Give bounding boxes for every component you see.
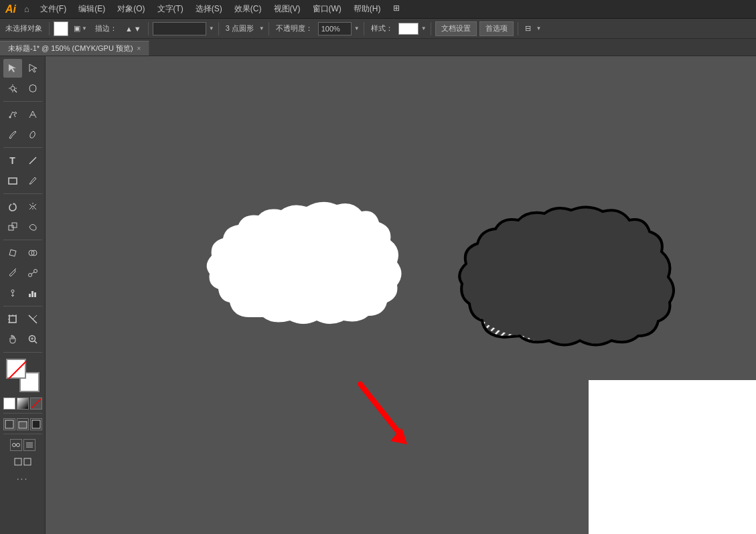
opacity-dropdown[interactable]: ▼: [354, 25, 360, 31]
brush-tool[interactable]: [3, 125, 22, 144]
menu-edit[interactable]: 编辑(E): [73, 2, 110, 16]
svg-line-8: [29, 157, 36, 164]
menu-grid[interactable]: ⊞: [388, 2, 405, 16]
magic-wand-tool[interactable]: [3, 79, 22, 98]
extra-tools-row: [10, 439, 35, 451]
scale-tool[interactable]: [3, 217, 22, 236]
menu-file[interactable]: 文件(F): [35, 2, 72, 16]
hand-tool[interactable]: [3, 330, 22, 349]
rotate-tools-row: [3, 197, 42, 216]
svg-line-33: [33, 315, 37, 319]
type-tool[interactable]: T: [3, 151, 22, 170]
white-cloud[interactable]: [193, 183, 421, 359]
warp-tool[interactable]: [23, 217, 42, 236]
menu-text[interactable]: 文字(T): [152, 2, 189, 16]
direct-select-tool[interactable]: [23, 59, 42, 78]
line-tool[interactable]: [23, 151, 42, 170]
fill-dropdown-arrow[interactable]: ▼: [82, 25, 87, 31]
extra-dropdown[interactable]: ▼: [536, 25, 542, 31]
extra-options[interactable]: ⊟: [522, 23, 534, 34]
svg-line-38: [9, 361, 26, 379]
dark-cloud[interactable]: [447, 197, 695, 386]
lasso-tool[interactable]: [23, 79, 42, 98]
shape-builder-tool[interactable]: [23, 244, 42, 262]
opacity-label: 不透明度：: [273, 22, 315, 35]
style-preview[interactable]: [398, 23, 419, 35]
free-transform-tool[interactable]: [3, 244, 22, 262]
add-anchor-tool[interactable]: [23, 105, 42, 124]
normal-screen-btn[interactable]: [3, 418, 15, 430]
stroke-down-arrow[interactable]: ▼: [134, 25, 141, 33]
linked-icon[interactable]: [10, 439, 22, 451]
stroke-value-input[interactable]: [153, 22, 206, 35]
style-dropdown[interactable]: ▼: [421, 25, 427, 31]
slice-tool[interactable]: [23, 310, 42, 329]
zoom-tool[interactable]: [23, 330, 42, 349]
artboard-tool[interactable]: [3, 310, 22, 329]
selection-tools-row: [3, 59, 42, 78]
fill-icon: ▣: [74, 24, 80, 33]
svg-rect-9: [9, 178, 17, 184]
svg-line-17: [15, 268, 16, 270]
artboard-nav[interactable]: [13, 456, 32, 469]
toolbar-sep-6: [431, 22, 431, 35]
no-fill-btn[interactable]: [30, 397, 42, 410]
properties-icon[interactable]: [23, 439, 35, 451]
menu-select[interactable]: 选择(S): [190, 2, 228, 16]
full-screen-no-menu-btn[interactable]: [17, 418, 29, 430]
menu-window[interactable]: 窗口(W): [307, 2, 347, 16]
tab-close-button[interactable]: ×: [137, 45, 141, 52]
stroke-value[interactable]: ▲ ▼: [123, 23, 144, 34]
svg-point-44: [16, 444, 19, 447]
no-selection-label: 未选择对象: [3, 22, 45, 35]
home-icon[interactable]: ⌂: [24, 4, 29, 14]
menu-view[interactable]: 视图(V): [269, 2, 306, 16]
toolbar-sep-3: [218, 22, 219, 35]
preferences-button[interactable]: 首选项: [479, 21, 514, 36]
white-cloud-svg: [193, 183, 421, 357]
rotate-tool[interactable]: [3, 197, 22, 216]
rectangle-tool[interactable]: [3, 171, 22, 190]
menu-object[interactable]: 对象(O): [112, 2, 150, 16]
full-screen-btn[interactable]: [30, 418, 42, 430]
hand-zoom-row: [3, 330, 42, 349]
selection-tool[interactable]: [3, 59, 22, 78]
symbol-sprayer-tool[interactable]: [3, 284, 22, 302]
more-tools-dots[interactable]: ···: [17, 473, 29, 484]
normal-mode-btn[interactable]: [3, 397, 15, 410]
color-indicators: [6, 359, 40, 392]
opacity-input[interactable]: [318, 22, 352, 35]
blob-brush-tool[interactable]: [23, 125, 42, 144]
left-toolbar: T: [0, 56, 46, 534]
stroke-dropdown[interactable]: ▼: [209, 25, 214, 31]
title-bar: Ai ⌂ 文件(F) 编辑(E) 对象(O) 文字(T) 选择(S) 效果(C)…: [0, 0, 756, 19]
blend-tool[interactable]: [23, 264, 42, 282]
doc-settings-button[interactable]: 文档设置: [435, 21, 477, 36]
svg-line-10: [35, 177, 36, 179]
gradient-btn[interactable]: [17, 397, 29, 410]
document-tab[interactable]: 未标题-1* @ 150% (CMYK/GPU 预览) ×: [0, 41, 149, 56]
menu-effect[interactable]: 效果(C): [229, 2, 267, 16]
svg-rect-24: [34, 292, 36, 297]
corners-dropdown[interactable]: ▼: [259, 25, 264, 31]
foreground-color-box[interactable]: [6, 359, 26, 379]
eyedropper-tool[interactable]: [3, 264, 22, 282]
pencil-tool[interactable]: [23, 171, 42, 190]
reflect-tool[interactable]: [23, 197, 42, 216]
artboard-row: [3, 310, 42, 329]
column-graph-tool[interactable]: [23, 284, 42, 302]
pen-tool[interactable]: [3, 105, 22, 124]
canvas-area[interactable]: [46, 56, 756, 534]
symbol-row: [3, 284, 42, 302]
tool-sep-2: [3, 147, 42, 148]
menu-help[interactable]: 帮助(H): [348, 2, 386, 16]
paper-corner: [589, 380, 756, 534]
svg-rect-50: [24, 458, 31, 465]
fill-options[interactable]: ▣ ▼: [71, 23, 90, 34]
tool-sep-7: [3, 413, 42, 414]
main-area: T: [0, 56, 756, 534]
toolbar-sep-7: [518, 22, 518, 35]
fill-color-box[interactable]: [54, 21, 68, 36]
stroke-up-arrow[interactable]: ▲: [125, 25, 133, 33]
svg-line-39: [31, 399, 41, 408]
